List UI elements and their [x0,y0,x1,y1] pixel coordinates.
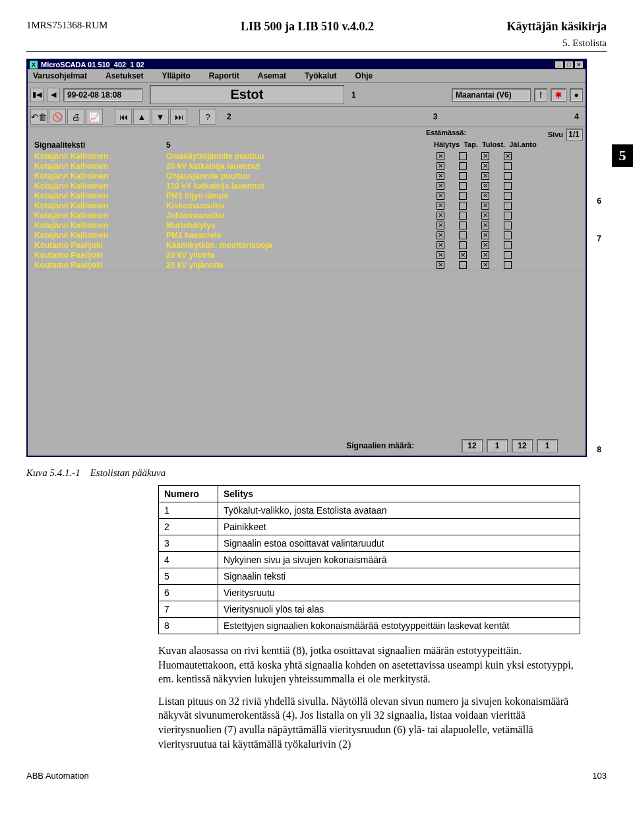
block-checkbox[interactable] [481,182,489,190]
legend-cell: 6 [159,585,218,601]
block-checkbox[interactable] [459,192,467,200]
signal-source: Kotajärvi Kallioinen [34,231,166,240]
block-checkbox[interactable] [459,152,467,160]
block-checkbox[interactable] [481,162,489,170]
block-checkbox[interactable] [504,251,512,259]
view-title: Estot [150,85,344,104]
block-checkbox[interactable] [504,162,512,170]
signal-header: Signaaliteksti [34,140,166,150]
block-checkbox[interactable] [459,231,467,239]
signal-text: Ohjausjännite puuttuu [166,171,311,181]
menu-item[interactable]: Asetukset [106,71,143,80]
signal-text: Johtomaasulku [166,211,311,220]
block-checkbox[interactable] [504,212,512,220]
legend-cell: 5 [159,568,218,585]
tool-down-icon[interactable]: ▼ [152,109,169,125]
legend-cell: 4 [159,552,218,568]
callout-4: 4 [574,112,583,121]
tool-last-icon[interactable]: ⏭ [170,109,187,125]
signal-source: Kotajärvi Kallioinen [34,201,166,210]
status-count-2: 1 [487,439,508,452]
signal-row: Kotajärvi KallioinenOmakäyttöjännite puu… [30,151,583,161]
menu-item[interactable]: Ohje [355,71,373,80]
block-checkbox[interactable] [459,261,467,269]
tool-graph-icon[interactable]: 📈 [86,109,103,125]
block-checkbox[interactable] [481,202,489,210]
tool-back-icon[interactable]: ↶🗑 [30,109,47,125]
nav-first-icon[interactable]: ▮◀ [30,88,44,102]
block-checkbox[interactable] [481,241,489,249]
block-checkbox[interactable] [504,192,512,200]
legend-cell: 1 [159,502,218,519]
close-icon[interactable]: × [574,61,584,69]
block-checkbox[interactable] [459,222,467,229]
block-checkbox[interactable] [459,212,467,220]
callout-7: 7 [597,234,601,243]
block-checkbox[interactable] [437,261,444,269]
signal-text: Kiskomaasulku [166,201,311,210]
block-checkbox[interactable] [481,231,489,239]
block-checkbox[interactable] [437,172,444,180]
tool-stop-icon[interactable]: 🚫 [49,109,66,125]
col-header: Tulost. [482,140,505,150]
block-checkbox[interactable] [437,212,444,220]
tool-first-icon[interactable]: ⏮ [115,109,132,125]
block-checkbox[interactable] [481,152,489,160]
block-checkbox[interactable] [437,182,444,190]
col-header: Tap. [464,140,478,150]
status-count-4: 1 [537,439,558,452]
block-checkbox[interactable] [459,172,467,180]
signal-text: PM1 kaasurele [166,231,311,240]
block-checkbox[interactable] [459,162,467,170]
menu-item[interactable]: Työkalut [305,71,336,80]
block-checkbox[interactable] [504,152,512,160]
body-paragraph: Kuvan alaosassa on rivi kenttiä (8), jot… [158,644,580,686]
block-checkbox[interactable] [459,182,467,190]
signal-text: Omakäyttöjännite puuttuu [166,152,311,161]
signal-row: Kotajärvi KallioinenPM1 kaasurele [30,230,583,240]
signal-row: Koutamo Paalijoki20 kV ylijännite [30,260,583,270]
legend-cell: Painikkeet [218,519,580,535]
tool-help-icon[interactable]: ? [199,109,216,125]
maximize-icon[interactable]: □ [564,61,574,69]
block-checkbox[interactable] [481,172,489,180]
minimize-icon[interactable]: _ [555,61,564,69]
tool-print-icon[interactable]: 🖨 [67,109,84,125]
block-checkbox[interactable] [481,261,489,269]
tool-up-icon[interactable]: ▲ [133,109,150,125]
block-checkbox[interactable] [504,261,512,269]
menu-item[interactable]: Asemat [258,71,286,80]
signal-source: Koutamo Paalijoki [34,260,166,270]
block-checkbox[interactable] [437,241,444,249]
block-checkbox[interactable] [481,222,489,229]
block-checkbox[interactable] [504,202,512,210]
block-checkbox[interactable] [437,251,444,259]
block-checkbox[interactable] [504,241,512,249]
block-checkbox[interactable] [481,192,489,200]
menu-item[interactable]: Ylläpito [162,71,190,80]
block-checkbox[interactable] [437,162,444,170]
status-label: Signaalien määrä: [346,441,414,450]
block-checkbox[interactable] [437,192,444,200]
block-checkbox[interactable] [504,172,512,180]
status-count-1: 12 [462,439,483,452]
legend-head-num: Numero [159,486,218,502]
menu-item[interactable]: Varusohjelmat [33,71,87,80]
nav-prev-icon[interactable]: ◀ [47,88,60,102]
alert-indicator: ! [534,88,547,102]
block-checkbox[interactable] [437,222,444,229]
signal-text: 110 kV katkaisija lauennut [166,181,311,191]
block-checkbox[interactable] [437,202,444,210]
block-checkbox[interactable] [504,231,512,239]
legend-cell: Vieritysruutu [218,585,580,601]
block-checkbox[interactable] [504,222,512,229]
block-checkbox[interactable] [459,202,467,210]
block-checkbox[interactable] [437,231,444,239]
menu-item[interactable]: Raportit [209,71,239,80]
block-checkbox[interactable] [481,251,489,259]
block-checkbox[interactable] [459,241,467,249]
block-checkbox[interactable] [459,251,467,259]
block-checkbox[interactable] [504,182,512,190]
block-checkbox[interactable] [437,152,444,160]
block-checkbox[interactable] [481,212,489,220]
